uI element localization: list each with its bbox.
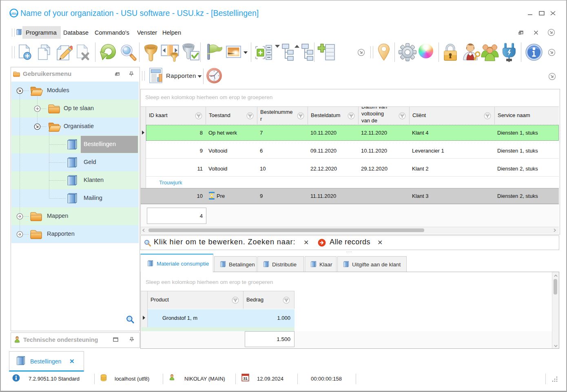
svg-text:USU: USU <box>11 12 18 16</box>
svg-text:31: 31 <box>243 376 248 381</box>
